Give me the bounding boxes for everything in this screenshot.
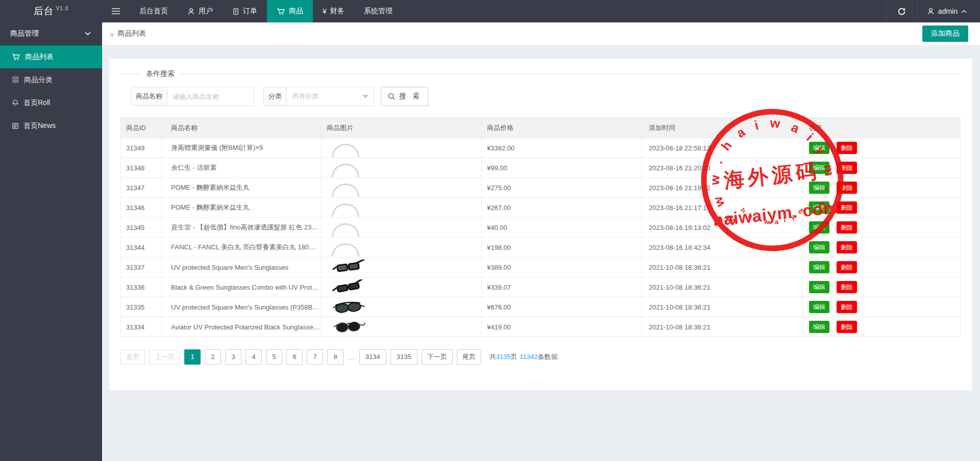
product-image-cell bbox=[322, 317, 482, 337]
bell-icon bbox=[12, 99, 19, 107]
sidebar-item-0[interactable]: 商品列表 bbox=[0, 45, 102, 68]
nav-item-label: 商品 bbox=[289, 7, 303, 16]
user-menu[interactable]: admin bbox=[918, 0, 980, 22]
add-time-cell: 2021-10-08 18:36:21 bbox=[642, 297, 802, 317]
product-id-cell: 31344 bbox=[121, 238, 162, 258]
delete-button[interactable]: 删除 bbox=[837, 321, 857, 333]
page-number-2[interactable]: 2 bbox=[205, 349, 221, 365]
table-row: 31335UV protected Square Men's Sunglasse… bbox=[121, 297, 961, 317]
search-icon bbox=[387, 92, 396, 100]
delete-button[interactable]: 删除 bbox=[837, 182, 857, 194]
refresh-button[interactable] bbox=[886, 0, 918, 22]
sidebar-menu: 商品列表商品分类首页Roll首页News bbox=[0, 45, 102, 137]
actions-cell: 编辑删除 bbox=[802, 218, 961, 238]
delete-button[interactable]: 删除 bbox=[837, 241, 857, 253]
product-name-cell: Black & Green Sunglasses Combo with UV P… bbox=[162, 277, 322, 297]
edit-button[interactable]: 编辑 bbox=[809, 182, 829, 194]
edit-button[interactable]: 编辑 bbox=[809, 261, 829, 273]
edit-button[interactable]: 编辑 bbox=[809, 281, 829, 293]
nav-item-4[interactable]: ¥财务 bbox=[313, 0, 354, 22]
page-number-5[interactable]: 5 bbox=[266, 349, 282, 365]
product-price-cell: ¥275.00 bbox=[482, 178, 642, 198]
actions-cell: 编辑删除 bbox=[802, 138, 961, 158]
col-add-time: 添加时间 bbox=[642, 118, 802, 138]
page-number-3134[interactable]: 3134 bbox=[359, 349, 386, 365]
product-price-cell: ¥198.00 bbox=[482, 238, 642, 258]
breadcrumb-current: 商品列表 bbox=[117, 29, 146, 38]
nav-item-3[interactable]: 商品 bbox=[267, 0, 313, 22]
page-first-button[interactable]: 首页 bbox=[120, 349, 145, 365]
breadcrumb-arrow-icon: » bbox=[110, 30, 114, 38]
page-number-3[interactable]: 3 bbox=[225, 349, 241, 365]
product-name-cell: Aviator UV Protected Polarized Black Sun… bbox=[162, 317, 322, 337]
refresh-icon bbox=[897, 7, 906, 16]
edit-button[interactable]: 编辑 bbox=[809, 201, 829, 214]
menu-toggle-button[interactable] bbox=[102, 0, 130, 22]
sidebar: 商品管理 商品列表商品分类首页Roll首页News bbox=[0, 22, 102, 461]
page-number-6[interactable]: 6 bbox=[286, 349, 303, 365]
table-row: 31345資生堂 - 【超低價】fino高效滲透護髮膜 紅色 230g...¥4… bbox=[121, 218, 961, 238]
user-icon bbox=[187, 8, 195, 15]
chevron-down-icon bbox=[85, 32, 91, 36]
page-number-1[interactable]: 1 bbox=[184, 349, 201, 365]
app-logo-text: 后台 bbox=[34, 5, 54, 18]
edit-button[interactable]: 编辑 bbox=[809, 301, 829, 313]
category-select[interactable]: 所有分类 bbox=[286, 87, 374, 106]
actions-cell: 编辑删除 bbox=[802, 198, 961, 218]
delete-button[interactable]: 删除 bbox=[837, 281, 857, 293]
product-image bbox=[332, 279, 366, 295]
page-last-button[interactable]: 尾页 bbox=[457, 349, 481, 365]
edit-button[interactable]: 编辑 bbox=[809, 162, 829, 174]
image-placeholder-icon bbox=[332, 184, 359, 197]
cart-icon bbox=[12, 53, 20, 61]
page-number-4[interactable]: 4 bbox=[246, 349, 262, 365]
nav-item-0[interactable]: 后台首页 bbox=[130, 0, 178, 22]
product-name-cell: UV protected Square Men's Sunglasses (P3… bbox=[162, 297, 322, 317]
layers-icon bbox=[12, 76, 19, 84]
actions-cell: 编辑删除 bbox=[802, 238, 961, 258]
breadcrumb: » 商品列表 bbox=[110, 29, 146, 38]
edit-button[interactable]: 编辑 bbox=[809, 142, 829, 154]
nav-item-1[interactable]: 用户 bbox=[178, 0, 223, 22]
sidebar-item-label: 首页Roll bbox=[23, 98, 50, 108]
search-button[interactable]: 搜 索 bbox=[381, 87, 428, 106]
search-button-label: 搜 索 bbox=[399, 92, 422, 101]
search-legend: 条件搜索 bbox=[140, 69, 181, 79]
product-price-cell: ¥40.00 bbox=[482, 218, 642, 238]
delete-button[interactable]: 删除 bbox=[837, 301, 857, 313]
product-price-cell: ¥389.00 bbox=[482, 258, 642, 277]
product-image-cell bbox=[322, 178, 482, 198]
delete-button[interactable]: 删除 bbox=[837, 142, 857, 154]
top-header: 后台 V1.0 后台首页用户订单商品¥财务系统管理 admin bbox=[0, 0, 980, 22]
delete-button[interactable]: 删除 bbox=[837, 261, 857, 273]
page-number-3135[interactable]: 3135 bbox=[390, 349, 418, 365]
nav-item-2[interactable]: 订单 bbox=[223, 0, 267, 22]
product-image-cell bbox=[322, 238, 482, 258]
delete-button[interactable]: 删除 bbox=[837, 201, 857, 214]
cart-icon bbox=[277, 8, 285, 15]
image-placeholder-icon bbox=[332, 203, 359, 217]
sidebar-item-3[interactable]: 首页News bbox=[0, 114, 102, 137]
add-time-cell: 2023-08-16 21:20:10 bbox=[642, 158, 802, 178]
nav-item-5[interactable]: 系统管理 bbox=[354, 0, 402, 22]
sidebar-item-2[interactable]: 首页Roll bbox=[0, 91, 102, 114]
product-id-cell: 31334 bbox=[121, 317, 162, 337]
page-prev-button[interactable]: 上一页 bbox=[149, 349, 180, 365]
sidebar-section-goods[interactable]: 商品管理 bbox=[0, 22, 102, 45]
add-product-button[interactable]: 添加商品 bbox=[922, 25, 968, 42]
page-next-button[interactable]: 下一页 bbox=[422, 349, 453, 365]
col-product-id: 商品ID bbox=[121, 118, 162, 138]
edit-button[interactable]: 编辑 bbox=[809, 241, 829, 253]
page-number-7[interactable]: 7 bbox=[307, 349, 323, 365]
delete-button[interactable]: 删除 bbox=[837, 221, 857, 234]
product-name-input[interactable] bbox=[167, 87, 254, 106]
edit-button[interactable]: 编辑 bbox=[809, 221, 829, 234]
col-product-price: 商品价格 bbox=[482, 118, 642, 138]
table-row: 31336Black & Green Sunglasses Combo with… bbox=[121, 277, 961, 297]
sidebar-item-1[interactable]: 商品分类 bbox=[0, 68, 102, 91]
edit-button[interactable]: 编辑 bbox=[809, 321, 829, 333]
col-product-name: 商品名称 bbox=[162, 118, 322, 138]
page-number-8[interactable]: 8 bbox=[327, 349, 344, 365]
product-price-cell: ¥99.00 bbox=[482, 158, 642, 178]
delete-button[interactable]: 删除 bbox=[837, 162, 857, 174]
